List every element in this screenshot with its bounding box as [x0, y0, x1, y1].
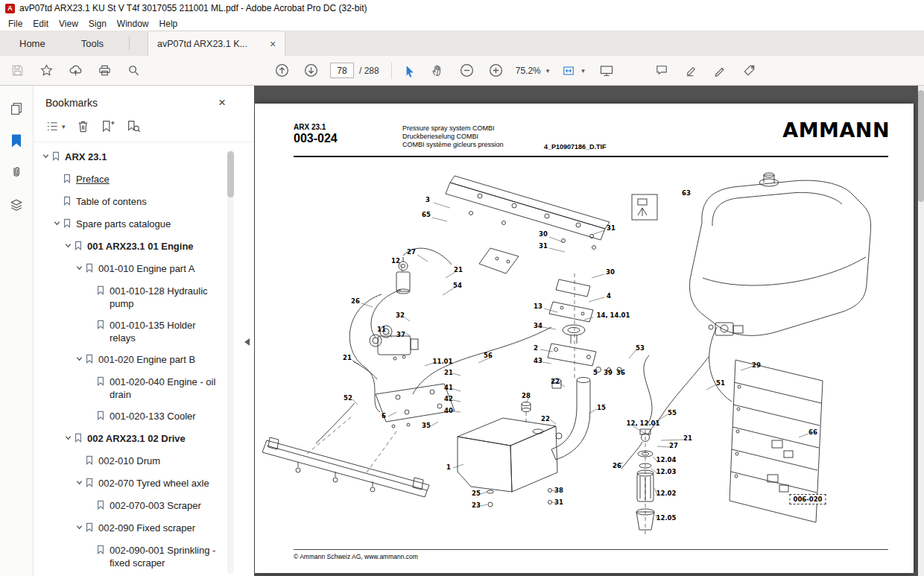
document-scrollbar[interactable]	[918, 86, 924, 576]
collapse-left-icon	[241, 338, 250, 346]
menu-item-window[interactable]: Window	[112, 18, 154, 30]
part-callout: 23	[472, 501, 481, 509]
search-icon[interactable]	[124, 61, 143, 80]
part-callout: 43	[534, 357, 542, 364]
page-up-button[interactable]	[272, 61, 291, 80]
part-callout: 30	[606, 268, 615, 276]
bookmark-item[interactable]: 001-010-128 Hydraulic pump	[34, 280, 254, 314]
bookmark-collapse-icon[interactable]	[73, 265, 85, 271]
tab-tools[interactable]: Tools	[63, 31, 121, 56]
bookmark-item[interactable]: 001-010 Engine part A	[34, 258, 254, 280]
part-callout: 2	[534, 344, 538, 352]
new-bookmark-icon[interactable]	[101, 119, 116, 133]
callout-layer: 6336531303127122130544261314, 14.0132113…	[255, 104, 914, 573]
page-thumbnails-icon[interactable]	[7, 100, 25, 118]
bookmarks-panel-toolbar: ▾	[34, 114, 254, 142]
menu-item-edit[interactable]: Edit	[28, 18, 54, 30]
bookmark-icon	[51, 151, 65, 164]
part-callout: 27	[407, 248, 416, 256]
bookmark-collapse-icon[interactable]	[62, 242, 74, 249]
attachment-icon[interactable]	[7, 164, 25, 182]
part-callout: 1	[446, 463, 451, 471]
bookmark-item[interactable]: 001 ARX23.1 01 Engine	[34, 235, 254, 258]
fill-sign-icon[interactable]	[711, 61, 730, 80]
part-callout: 65	[422, 211, 431, 218]
bookmark-item[interactable]: 002 ARX23.1 02 Drive	[34, 428, 254, 450]
bookmark-options-button[interactable]: ▾	[45, 119, 66, 133]
menu-item-sign[interactable]: Sign	[83, 18, 112, 30]
bookmark-icon	[85, 478, 98, 490]
main-toolbar: 78 / 288 75.2% ▾ ▾	[0, 56, 924, 86]
bookmark-label: 001-020-040 Engine - oil drain	[110, 376, 221, 401]
bookmark-collapse-icon[interactable]	[73, 355, 85, 362]
bookmark-item[interactable]: 002-010 Drum	[34, 450, 254, 472]
bookmark-collapse-icon[interactable]	[62, 434, 74, 441]
bookmark-collapse-icon[interactable]	[39, 153, 51, 159]
delete-bookmark-icon[interactable]	[76, 119, 90, 133]
print-icon[interactable]	[95, 61, 114, 80]
menu-item-view[interactable]: View	[54, 18, 83, 30]
bookmark-label: 001 ARX23.1 01 Engine	[87, 240, 221, 253]
page-fit-select[interactable]: ▾	[561, 64, 585, 77]
bookmark-icon	[74, 433, 87, 446]
stamp-tag-icon[interactable]	[740, 61, 759, 80]
bookmarks-tree: ARX 23.1PrefaceTable of contensSpare par…	[34, 142, 254, 576]
hand-tool-icon[interactable]	[428, 61, 448, 80]
find-current-bookmark-icon[interactable]	[126, 119, 141, 133]
part-callout: 6	[382, 412, 386, 420]
bookmark-item[interactable]: 001-010-135 Holder relays	[34, 314, 254, 349]
bookmark-item[interactable]: 002-070 Tyred wheel axle	[34, 472, 254, 495]
bookmark-item[interactable]: 001-020 Engine part B	[34, 349, 254, 371]
page-down-button[interactable]	[301, 61, 320, 80]
bookmark-collapse-icon[interactable]	[73, 524, 85, 531]
comment-icon[interactable]	[653, 61, 672, 80]
share-icon[interactable]	[66, 61, 85, 80]
part-callout: 42	[444, 395, 453, 402]
bookmark-item[interactable]: Spare parts catalogue	[34, 213, 254, 235]
part-callout: 12.03	[656, 468, 677, 475]
zoom-out-button[interactable]	[458, 61, 477, 80]
zoom-level-select[interactable]: 75.2% ▾	[516, 66, 550, 76]
bookmark-icon	[85, 263, 98, 276]
bookmark-item[interactable]: 002-070-003 Scraper	[34, 495, 254, 517]
bookmark-item[interactable]: Preface	[34, 168, 254, 191]
bookmark-item[interactable]: 002-090-001 Sprinkling - fixed scraper	[34, 539, 254, 574]
page-number-input[interactable]: 78	[330, 63, 354, 78]
select-tool-icon[interactable]	[399, 61, 419, 80]
bookmarks-scrollbar[interactable]	[227, 150, 234, 574]
document-area[interactable]: ARX 23.1 003-024 Pressure spray system C…	[254, 86, 924, 576]
title-bar: A avP07td ARX23.1 KU St V T4f 3017055 21…	[0, 0, 924, 16]
menu-item-help[interactable]: Help	[154, 18, 183, 30]
bookmark-collapse-icon[interactable]	[51, 220, 63, 227]
part-callout: 38	[554, 487, 563, 494]
bookmark-item[interactable]: Table of contens	[34, 191, 254, 213]
tab-home[interactable]: Home	[1, 31, 63, 56]
bookmark-item[interactable]: 002-090 Fixed scraper	[34, 517, 254, 539]
bookmark-label: Spare parts catalogue	[76, 218, 221, 230]
part-callout: 28	[522, 392, 531, 399]
bookmark-item[interactable]: 001-020-040 Engine - oil drain	[34, 371, 254, 405]
bookmarks-scrollbar-thumb[interactable]	[227, 151, 234, 197]
nav-rail	[0, 86, 34, 576]
presentation-mode-icon[interactable]	[597, 61, 616, 80]
tab-close-icon[interactable]: ×	[270, 39, 276, 49]
menu-item-file[interactable]: File	[3, 18, 28, 30]
part-callout: 15	[597, 404, 606, 411]
bookmark-icon	[96, 545, 110, 557]
tab-document[interactable]: avP07td ARX23.1 K... ×	[148, 31, 285, 56]
panel-collapse-button[interactable]	[240, 332, 253, 352]
bookmark-item[interactable]: 001-020-133 Cooler	[34, 405, 254, 428]
save-icon[interactable]	[7, 61, 27, 80]
bookmark-icon	[85, 455, 98, 468]
document-scrollbar-thumb[interactable]	[918, 90, 924, 202]
bookmark-collapse-icon[interactable]	[73, 479, 85, 486]
bookmarks-icon[interactable]	[7, 132, 25, 150]
part-callout: 21	[683, 434, 692, 442]
highlight-icon[interactable]	[682, 61, 701, 80]
layers-icon[interactable]	[7, 196, 25, 214]
bookmark-item[interactable]: ARX 23.1	[34, 146, 254, 168]
panel-close-icon[interactable]: ×	[218, 95, 226, 110]
star-icon[interactable]	[37, 61, 56, 80]
zoom-in-button[interactable]	[487, 61, 506, 80]
bookmark-icon	[85, 354, 98, 367]
